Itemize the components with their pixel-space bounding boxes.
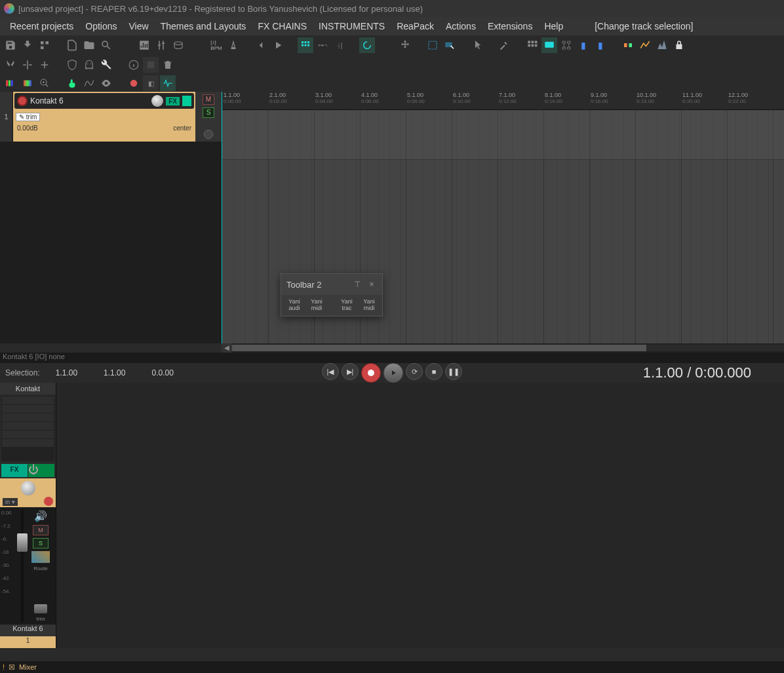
pointer-icon[interactable] xyxy=(469,37,485,53)
track-fx-bypass[interactable] xyxy=(182,96,191,106)
timeline-ruler[interactable]: 1.1.000:00.00 2.1.000:02.00 3.1.000:04.0… xyxy=(222,92,784,110)
mono-icon[interactable]: ◧ xyxy=(143,75,159,91)
menu-view[interactable]: View xyxy=(123,18,155,34)
snap-opt1-icon[interactable]: ⊶¬ xyxy=(315,37,330,53)
close-icon[interactable]: × xyxy=(366,280,377,289)
menu-fxchains[interactable]: FX CHAINS xyxy=(252,18,313,34)
floating-toolbar[interactable]: Toolbar 2 ⊤ × Yaniaudi Yanimidi Yanitrac… xyxy=(281,273,383,317)
ftb-item-3[interactable]: Yanitrac xyxy=(336,299,357,312)
add-icon[interactable] xyxy=(37,57,52,73)
move-icon[interactable] xyxy=(397,37,413,53)
warning-icon[interactable]: ! xyxy=(3,663,5,671)
mixer-track-name-top[interactable]: Kontakt xyxy=(0,383,56,394)
gradient-icon[interactable] xyxy=(20,75,35,91)
menu-instruments[interactable]: INSTRUMENTS xyxy=(313,18,391,34)
item-color-icon[interactable] xyxy=(620,37,636,53)
volume-fader[interactable] xyxy=(16,507,29,625)
mixer-tab-checkbox[interactable]: ☒ xyxy=(9,663,15,672)
mixer-solo[interactable]: S xyxy=(33,538,49,548)
menu-themes[interactable]: Themes and Layouts xyxy=(155,18,252,34)
record-tb-icon[interactable] xyxy=(126,75,142,91)
stop-button[interactable]: ■ xyxy=(425,363,442,380)
play-tb-icon[interactable] xyxy=(270,37,286,53)
track-name[interactable]: Kontakt 6 xyxy=(30,96,149,106)
trim-button[interactable]: ✎ trim xyxy=(16,113,40,121)
track-env-button[interactable] xyxy=(204,130,213,139)
shield-icon[interactable] xyxy=(64,57,80,73)
trash-icon[interactable] xyxy=(160,57,176,73)
zoom-icon[interactable] xyxy=(37,75,52,91)
pin-icon[interactable]: ⊤ xyxy=(352,280,363,289)
ghost-icon[interactable] xyxy=(81,57,97,73)
selection-length[interactable]: 0.0.00 xyxy=(151,368,173,377)
fader-cap[interactable] xyxy=(17,533,28,552)
hscroll-track[interactable] xyxy=(232,345,784,351)
menu-options[interactable]: Options xyxy=(79,18,123,34)
mixer-icon[interactable] xyxy=(153,37,169,53)
mixer-fx-button[interactable]: FX xyxy=(1,464,28,477)
selection-start[interactable]: 1.1.00 xyxy=(56,368,77,377)
mixer-input-button[interactable]: in ▾ xyxy=(3,498,18,506)
track-row[interactable]: 1 Kontakt 6 FX ✎ trim 0.00dB center xyxy=(0,92,222,142)
mixer-track-name-bottom[interactable]: Kontakt 6 xyxy=(0,625,56,636)
menu-actions[interactable]: Actions xyxy=(440,18,482,34)
grid-view-icon[interactable] xyxy=(524,37,540,53)
speaker-icon[interactable]: 🔊 xyxy=(34,510,47,522)
mixer-fx-power[interactable]: ⏻ xyxy=(28,464,54,477)
route-button[interactable] xyxy=(31,551,50,563)
track-color2-icon[interactable]: ▮ xyxy=(593,37,608,53)
wrench-icon[interactable] xyxy=(98,57,114,73)
goto-start-button[interactable]: |◀ xyxy=(322,363,339,380)
mixer-width[interactable] xyxy=(34,604,47,613)
mixer-strip[interactable]: Kontakt FX ⏻ in ▾ 0.00-7.2-6. -18-30.-42… xyxy=(0,383,56,648)
track-mute-button[interactable]: M xyxy=(203,94,214,105)
automation-icon[interactable] xyxy=(81,75,97,91)
snap-opt2-icon[interactable]: ⟊| xyxy=(332,37,347,53)
dim-icon[interactable] xyxy=(143,57,159,73)
prev-icon[interactable] xyxy=(253,37,269,53)
floating-tb-title[interactable]: Toolbar 2 xyxy=(286,280,348,290)
menu-reapack[interactable]: ReaPack xyxy=(391,18,440,34)
peaks-icon[interactable] xyxy=(654,37,670,53)
hscroll-thumb[interactable] xyxy=(232,345,646,351)
ftb-item-4[interactable]: Yanimidi xyxy=(359,299,380,312)
ftb-item-1[interactable]: Yaniaudi xyxy=(284,299,305,312)
touch-icon[interactable] xyxy=(64,75,80,91)
grid-icon[interactable] xyxy=(298,37,313,53)
menu-recent[interactable]: Recent projects xyxy=(4,18,79,34)
hammer-icon[interactable] xyxy=(497,37,513,53)
lock-icon[interactable] xyxy=(671,37,687,53)
track-pan-readout[interactable]: center xyxy=(173,125,191,132)
track-volume-readout[interactable]: 0.00dB xyxy=(17,125,38,132)
monitor-icon[interactable] xyxy=(541,37,557,53)
mixer-tab-label[interactable]: Mixer xyxy=(19,663,37,671)
selection-tool-icon[interactable] xyxy=(442,37,458,53)
open-project-icon[interactable] xyxy=(81,37,97,53)
info-icon[interactable] xyxy=(126,57,142,73)
mixer-inserts[interactable] xyxy=(1,396,54,461)
hscroll-left-icon[interactable]: ◀ xyxy=(222,343,232,353)
time-display[interactable]: 1.1.00 / 0:00.000 xyxy=(643,364,751,381)
cut-tool-icon[interactable] xyxy=(3,57,18,73)
mixer-mute[interactable]: M xyxy=(33,525,49,535)
bpm-icon[interactable]: [♪]BPM xyxy=(208,37,224,53)
marquee-icon[interactable] xyxy=(425,37,441,53)
play-button[interactable] xyxy=(383,363,403,383)
track-lane[interactable] xyxy=(222,110,784,160)
metronome-icon[interactable] xyxy=(225,37,241,53)
midi-editor-icon[interactable] xyxy=(136,37,152,53)
menu-help[interactable]: Help xyxy=(538,18,569,34)
menu-extensions[interactable]: Extensions xyxy=(482,18,538,34)
eye-icon[interactable] xyxy=(98,75,114,91)
new-tab-icon[interactable] xyxy=(64,37,80,53)
selection-end[interactable]: 1.1.00 xyxy=(104,368,125,377)
track-number[interactable]: 1 xyxy=(0,92,13,142)
split-icon[interactable] xyxy=(20,57,35,73)
envelope-tb-icon[interactable] xyxy=(637,37,653,53)
record-arm-button[interactable] xyxy=(17,96,28,106)
project-settings-icon[interactable] xyxy=(37,37,52,53)
ripple-icon[interactable] xyxy=(359,37,375,53)
track-fx-button[interactable]: FX xyxy=(166,97,180,106)
track-color1-icon[interactable]: ▮ xyxy=(576,37,591,53)
goto-end-button[interactable]: ▶| xyxy=(342,363,359,380)
